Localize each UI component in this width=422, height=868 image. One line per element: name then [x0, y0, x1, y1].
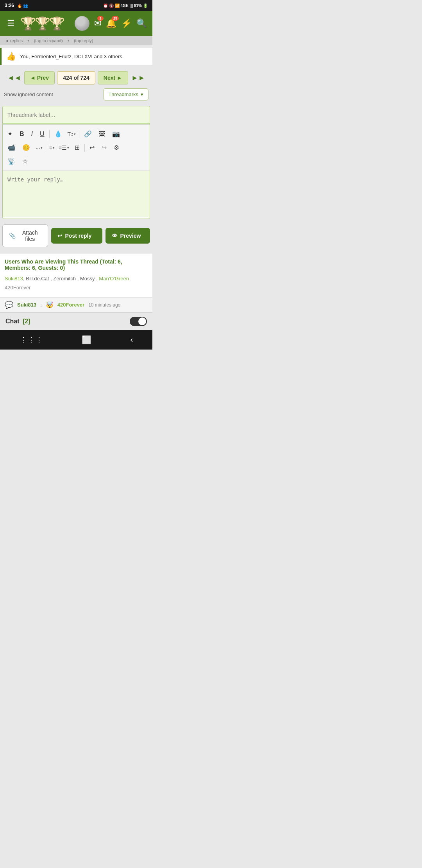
attach-files-button[interactable]: 📎 Attach files: [2, 224, 48, 247]
search-icon[interactable]: 🔍: [136, 18, 147, 29]
post-reply-button[interactable]: ↩ Post reply: [51, 228, 102, 244]
lightning-icon[interactable]: ⚡: [121, 18, 132, 29]
chat-target-user[interactable]: 420Forever: [57, 302, 84, 308]
reply-icon: ↩: [57, 233, 62, 239]
avatar[interactable]: [75, 16, 89, 31]
list-button[interactable]: ≡☰ ▾: [57, 143, 71, 153]
redo-button[interactable]: ↪: [98, 142, 110, 154]
chevron-down-icon: ▾: [141, 91, 143, 97]
chat-bubble-icon: 💬: [5, 301, 13, 309]
editor-wrap: ✦ B I U 💧 T↕ ▾ 🔗 🖼 📷 📹 😊 ··· ▾: [2, 106, 150, 219]
italic-button[interactable]: I: [28, 128, 36, 140]
paperclip-icon: 📎: [9, 233, 16, 239]
align-button[interactable]: ≡ ▾: [48, 143, 56, 153]
undo-button[interactable]: ↩: [86, 142, 98, 154]
video-button[interactable]: 📹: [4, 142, 18, 154]
underline-button[interactable]: U: [37, 128, 48, 140]
thumbs-up-icon: 👍: [6, 52, 16, 61]
scroll-hint: ◄ replies • (tap to expand) • (tap reply…: [0, 36, 152, 45]
eye-icon: 👁: [112, 233, 117, 239]
nav-menu-icon[interactable]: ⋮⋮⋮: [12, 334, 51, 346]
preview-button[interactable]: 👁 Preview: [106, 228, 150, 244]
star-button[interactable]: ☆: [19, 155, 31, 167]
editor-toolbar: ✦ B I U 💧 T↕ ▾ 🔗 🖼 📷 📹 😊 ··· ▾: [3, 124, 150, 170]
like-bar: 👍 You, Fermented_Fruitz, DCLXVI and 3 ot…: [0, 48, 152, 65]
skip-first-button[interactable]: ◄◄: [6, 74, 22, 82]
bottom-nav: ⋮⋮⋮ ⬜ ‹: [0, 330, 152, 350]
top-nav: ☰ 🏆🏆🏆 ✉ 2 🔔 25 ⚡ 🔍: [0, 11, 152, 36]
skip-last-button[interactable]: ►►: [131, 74, 146, 82]
font-size-button[interactable]: T↕ ▾: [66, 129, 78, 139]
chat-notification: 💬 Suki813 : 🤯 420Forever 10 minutes ago: [0, 297, 152, 312]
chat-time: 10 minutes ago: [88, 302, 120, 308]
page-indicator: 424 of 724: [57, 71, 95, 84]
viewers-section: Users Who Are Viewing This Thread (Total…: [0, 253, 152, 297]
inbox-badge[interactable]: ✉ 2: [94, 18, 101, 29]
viewers-title: Users Who Are Viewing This Thread (Total…: [5, 258, 148, 271]
options-row: Show ignored content Threadmarks ▾: [0, 86, 152, 104]
toolbar-row-2: 📹 😊 ··· ▾ ≡ ▾ ≡☰ ▾ ⊞ ↩ ↪ ⚙: [4, 141, 148, 154]
viewer-suki813[interactable]: Suki813: [5, 276, 23, 282]
chat-bar: Chat [2]: [0, 312, 152, 330]
settings-button[interactable]: ⚙: [111, 142, 122, 154]
next-button[interactable]: Next ►: [98, 71, 128, 84]
chat-emoji: 🤯: [46, 301, 54, 308]
toolbar-row-3: 📡 ☆: [4, 154, 148, 168]
pagination: ◄◄ ◄ Prev 424 of 724 Next ► ►►: [0, 67, 152, 86]
action-buttons: 📎 Attach files ↩ Post reply 👁 Preview: [0, 221, 152, 251]
table-button[interactable]: ⊞: [72, 142, 83, 154]
nav-home-icon[interactable]: ⬜: [74, 334, 99, 346]
show-ignored-label: Show ignored content: [4, 91, 53, 97]
color-button[interactable]: 💧: [51, 128, 65, 140]
like-text: You, Fermented_Fruitz, DCLXVI and 3 othe…: [20, 54, 122, 59]
prev-button[interactable]: ◄ Prev: [24, 71, 55, 84]
viewer-mossy[interactable]: Mossy: [80, 276, 95, 282]
status-time: 3:26 🔥 👥: [5, 3, 28, 8]
status-icons: ⏰ 🔇 📶 4GE ||| 81% 🔋: [103, 4, 148, 8]
toolbar-row-1: ✦ B I U 💧 T↕ ▾ 🔗 🖼 📷: [4, 127, 148, 141]
more-button[interactable]: ··· ▾: [34, 143, 44, 153]
notifications-badge[interactable]: 🔔 25: [106, 18, 116, 29]
reply-textarea[interactable]: [3, 170, 150, 217]
image-button[interactable]: 🖼: [96, 128, 108, 140]
nav-back-icon[interactable]: ‹: [123, 334, 141, 346]
hamburger-menu[interactable]: ☰: [5, 17, 16, 30]
eraser-button[interactable]: ✦: [4, 128, 16, 140]
threadmark-input[interactable]: [3, 106, 150, 124]
viewer-420forever[interactable]: 420Forever: [5, 285, 30, 291]
viewer-zeromitch[interactable]: Zeromitch: [53, 276, 76, 282]
viewers-list: Suki813, Bill.de.Cat , Zeromitch , Mossy…: [5, 274, 148, 292]
camera-button[interactable]: 📷: [109, 128, 123, 140]
threadmarks-button[interactable]: Threadmarks ▾: [103, 88, 148, 100]
bold-button[interactable]: B: [16, 128, 27, 140]
viewer-bill[interactable]: Bill.de.Cat: [26, 276, 49, 282]
viewer-maniogreen[interactable]: Mañ'O'Green: [99, 276, 129, 282]
link-button[interactable]: 🔗: [81, 128, 95, 140]
app-logo: 🏆🏆🏆: [20, 16, 71, 31]
emoji-button[interactable]: 😊: [19, 142, 33, 154]
chat-toggle[interactable]: [130, 317, 147, 326]
status-bar: 3:26 🔥 👥 ⏰ 🔇 📶 4GE ||| 81% 🔋: [0, 0, 152, 11]
broadcast-button[interactable]: 📡: [4, 155, 18, 167]
chat-notif-user[interactable]: Suki813: [17, 302, 36, 308]
